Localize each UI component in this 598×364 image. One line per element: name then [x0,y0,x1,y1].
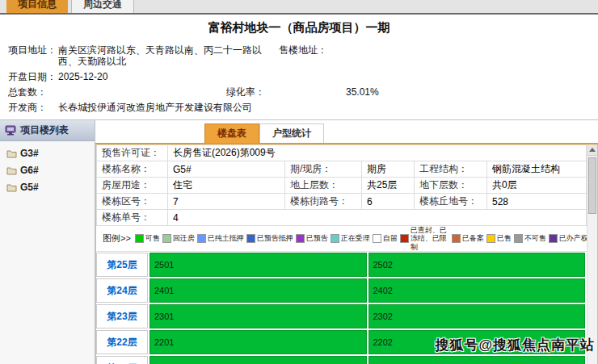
unit-cell[interactable]: 2301 [150,304,367,328]
legend-swatch [549,234,558,243]
legend-item: 已售 [486,234,512,243]
unit-cell[interactable]: 2202 [368,330,586,354]
legend-item: 不可售 [514,234,546,243]
scrollbar-thumb[interactable] [588,157,596,214]
floor-label: 第22层 [96,330,148,354]
tab-transport[interactable]: 周边交通 [71,0,134,13]
legend-item: 已备案 [452,234,484,243]
tab-building-table[interactable]: 楼盘表 [204,123,259,143]
monitor-icon [5,125,16,136]
legend-item: 正在受理 [331,234,370,243]
unit-cell[interactable]: 2101 [150,356,367,364]
open-date-value: 2025-12-20 [58,71,107,82]
green-rate-value: 35.01% [346,86,379,98]
floors-below-value: 共0层 [487,178,587,194]
building-name-label: 楼栋名称： [97,161,168,178]
content-tab-bar: 楼盘表 户型统计 [95,120,598,144]
legend-swatch [296,234,305,243]
building-list-sidebar: 项目楼列表 G3# G6# G5# [0,120,95,364]
sidebar-item-g3[interactable]: G3# [6,148,95,159]
table-row: 楼栋名称： G5# 期/现房： 期房 工程结构： 钢筋混凝土结构 [97,161,587,178]
content-area: 楼盘表 户型统计 预售许可证： 长房售证(2026)第009号 楼栋名称： G5… [95,120,598,364]
legend-swatch [452,234,461,243]
total-units-label: 总套数： [8,86,58,98]
legend-item: 已预告抵押 [246,234,293,243]
unit-cell[interactable]: 2401 [150,278,367,303]
sidebar-item-g5[interactable]: G5# [6,182,95,193]
zone-label: 楼栋区号： [97,194,168,210]
floor-label: 第21层 [96,356,148,364]
sidebar-item-label: G5# [20,182,39,193]
legend-prefix: 图例>> [103,232,131,245]
phase-value: 期房 [362,161,415,178]
unit-cell[interactable]: 2402 [368,278,586,303]
sidebar-item-label: G3# [20,148,39,159]
green-rate-label: 绿化率： [226,86,265,98]
folder-icon [6,183,17,192]
floor-row: 第22层 2201 2202 [96,330,587,354]
sidebar-title: 项目楼列表 [20,123,69,137]
page-title: 富裕村地块一（商品房项目）一期 [0,15,598,40]
developer-label: 开发商： [8,102,58,113]
floor-grid: 第25层 2501 2502 第24层 2401 2402 第23层 2301 [96,252,587,364]
legend-item: 已纯土抵押 [197,234,244,243]
legend-swatch [197,234,206,243]
structure-value: 钢筋混凝土结构 [487,161,587,178]
unit-no-value: 4 [168,210,587,226]
legend-item: 已查封、已冻结、已限制 [400,226,449,251]
sidebar-header: 项目楼列表 [0,120,95,141]
info-row-open-date: 开盘日期： 2025-12-20 [0,69,598,84]
sidebar-item-g6[interactable]: G6# [6,165,95,176]
legend-item: 自留 [373,234,398,243]
presale-permit-label: 预售许可证： [97,145,168,161]
page: 项目信息 周边交通 富裕村地块一（商品房项目）一期 项目地址： 南关区滨河路以东… [0,0,598,364]
presale-permit-link[interactable]: 长房售证(2026)第009号 [168,145,587,161]
developer-value: 长春城投伊通河改造房地产开发建设有限公司 [58,102,252,113]
open-date-label: 开盘日期： [8,71,58,82]
table-row: 房屋用途： 住宅 地上层数： 共25层 地下层数： 共0层 [97,178,587,194]
vertical-scrollbar[interactable] [587,144,597,364]
legend-item: 已预告 [296,234,328,243]
building-table-panel: 预售许可证： 长房售证(2026)第009号 楼栋名称： G5# 期/现房： 期… [95,144,598,364]
legend-item: 回迁房 [162,234,195,243]
legend-swatch [246,234,255,243]
legend-item: 已办产权 [549,234,587,243]
zone-value: 7 [168,194,285,210]
info-row-developer: 开发商： 长春城投伊通河改造房地产开发建设有限公司 [0,99,598,115]
floor-row: 第24层 2401 2402 [96,278,587,303]
tab-unit-stats[interactable]: 户型统计 [259,123,324,143]
main-area: 项目楼列表 G3# G6# G5# 楼盘表 户型统计 [0,120,598,364]
building-name-value: G5# [168,161,285,178]
folder-icon [6,149,17,158]
legend-item: 可售 [135,234,160,243]
plot-value: 528 [487,194,587,210]
legend-swatch [400,234,409,243]
building-details-table: 预售许可证： 长房售证(2026)第009号 楼栋名称： G5# 期/现房： 期… [96,144,587,226]
unit-cell[interactable]: 2502 [368,253,586,277]
tab-project-info[interactable]: 项目信息 [6,0,68,13]
top-tab-bar: 项目信息 周边交通 [0,0,598,15]
sidebar-item-label: G6# [20,165,39,176]
unit-cell[interactable]: 2302 [368,304,586,328]
floor-label: 第24层 [96,278,148,303]
street-value: 6 [362,194,415,210]
floor-row: 第21层 2101 2102 [96,356,587,364]
floor-label: 第25层 [96,253,148,277]
legend-swatch [373,234,381,243]
scroll-up-button[interactable] [587,144,597,156]
phase-label: 期/现房： [285,161,362,178]
street-label: 楼栋街路号： [285,194,362,210]
unit-cell[interactable]: 2102 [368,356,586,364]
legend-swatch [331,234,339,243]
unit-no-label: 楼栋单号： [97,210,168,226]
unit-cell[interactable]: 2501 [150,253,367,277]
usage-label: 房屋用途： [97,178,168,194]
unit-cell[interactable]: 2201 [150,330,367,354]
project-address-value: 南关区滨河路以东、天青路以南、丙二十一路以西、天勤路以北 [58,44,279,67]
folder-icon [6,166,17,175]
project-info-section: 项目地址： 南关区滨河路以东、天青路以南、丙二十一路以西、天勤路以北 售楼地址：… [0,40,598,120]
info-row-address: 项目地址： 南关区滨河路以东、天青路以南、丙二十一路以西、天勤路以北 售楼地址： [0,42,598,69]
usage-value: 住宅 [168,178,285,194]
info-row-units-green: 总套数： 绿化率： 35.01% [0,84,598,99]
floors-below-label: 地下层数： [415,178,487,194]
